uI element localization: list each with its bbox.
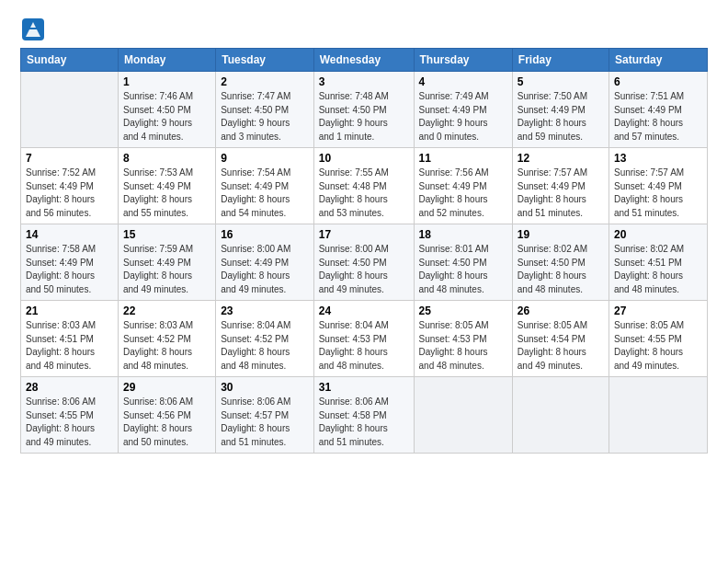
day-number: 28: [26, 381, 113, 394]
day-number: 2: [221, 75, 309, 88]
day-number: 21: [26, 304, 113, 317]
day-number: 17: [319, 228, 409, 241]
calendar-cell: 26Sunrise: 8:05 AMSunset: 4:54 PMDayligh…: [512, 301, 609, 377]
weekday-header-friday: Friday: [512, 49, 609, 72]
day-detail: Sunrise: 8:00 AMSunset: 4:50 PMDaylight:…: [319, 243, 409, 296]
day-number: 16: [221, 228, 309, 241]
day-detail: Sunrise: 7:53 AMSunset: 4:49 PMDaylight:…: [123, 167, 210, 220]
calendar-cell: 29Sunrise: 8:06 AMSunset: 4:56 PMDayligh…: [118, 377, 215, 454]
day-detail: Sunrise: 8:06 AMSunset: 4:55 PMDaylight:…: [26, 396, 113, 449]
day-detail: Sunrise: 8:01 AMSunset: 4:50 PMDaylight:…: [419, 243, 507, 296]
day-number: 7: [26, 152, 113, 165]
day-detail: Sunrise: 8:00 AMSunset: 4:49 PMDaylight:…: [221, 243, 309, 296]
week-row-1: 7Sunrise: 7:52 AMSunset: 4:49 PMDaylight…: [21, 148, 708, 224]
day-number: 25: [419, 304, 507, 317]
day-detail: Sunrise: 8:06 AMSunset: 4:56 PMDaylight:…: [123, 396, 210, 449]
day-number: 1: [123, 75, 210, 88]
calendar-cell: [609, 377, 707, 454]
calendar-cell: 8Sunrise: 7:53 AMSunset: 4:49 PMDaylight…: [118, 148, 215, 224]
day-number: 13: [614, 152, 702, 165]
day-number: 12: [518, 152, 604, 165]
calendar-cell: 19Sunrise: 8:02 AMSunset: 4:50 PMDayligh…: [512, 224, 609, 301]
logo-icon: [20, 17, 46, 42]
day-number: 14: [26, 228, 113, 241]
day-detail: Sunrise: 7:55 AMSunset: 4:48 PMDaylight:…: [319, 167, 409, 220]
day-detail: Sunrise: 8:06 AMSunset: 4:58 PMDaylight:…: [319, 396, 409, 449]
calendar-cell: 31Sunrise: 8:06 AMSunset: 4:58 PMDayligh…: [313, 377, 414, 454]
day-detail: Sunrise: 7:54 AMSunset: 4:49 PMDaylight:…: [221, 167, 309, 220]
day-detail: Sunrise: 7:48 AMSunset: 4:50 PMDaylight:…: [319, 90, 409, 144]
calendar-cell: 2Sunrise: 7:47 AMSunset: 4:50 PMDaylight…: [216, 72, 314, 148]
day-detail: Sunrise: 7:57 AMSunset: 4:49 PMDaylight:…: [614, 167, 702, 220]
day-detail: Sunrise: 8:04 AMSunset: 4:53 PMDaylight:…: [319, 319, 409, 373]
weekday-header-thursday: Thursday: [414, 49, 512, 72]
day-number: 10: [319, 152, 409, 165]
calendar-cell: 5Sunrise: 7:50 AMSunset: 4:49 PMDaylight…: [512, 72, 609, 148]
day-detail: Sunrise: 7:52 AMSunset: 4:49 PMDaylight:…: [26, 167, 113, 220]
calendar-cell: 23Sunrise: 8:04 AMSunset: 4:52 PMDayligh…: [216, 301, 314, 377]
week-row-0: 1Sunrise: 7:46 AMSunset: 4:50 PMDaylight…: [21, 72, 708, 148]
calendar-cell: 14Sunrise: 7:58 AMSunset: 4:49 PMDayligh…: [21, 224, 119, 301]
calendar-cell: 6Sunrise: 7:51 AMSunset: 4:49 PMDaylight…: [609, 72, 707, 148]
calendar-cell: 24Sunrise: 8:04 AMSunset: 4:53 PMDayligh…: [313, 301, 414, 377]
day-number: 31: [319, 381, 409, 394]
day-number: 29: [123, 381, 210, 394]
day-detail: Sunrise: 7:50 AMSunset: 4:49 PMDaylight:…: [518, 90, 604, 144]
calendar-cell: 22Sunrise: 8:03 AMSunset: 4:52 PMDayligh…: [118, 301, 215, 377]
calendar-cell: 9Sunrise: 7:54 AMSunset: 4:49 PMDaylight…: [216, 148, 314, 224]
calendar-body: 1Sunrise: 7:46 AMSunset: 4:50 PMDaylight…: [21, 72, 708, 454]
day-detail: Sunrise: 8:02 AMSunset: 4:51 PMDaylight:…: [614, 243, 702, 296]
day-number: 8: [123, 152, 210, 165]
day-number: 27: [614, 304, 702, 317]
weekday-header-monday: Monday: [118, 49, 215, 72]
weekday-header-wednesday: Wednesday: [313, 49, 414, 72]
day-number: 15: [123, 228, 210, 241]
calendar-cell: 18Sunrise: 8:01 AMSunset: 4:50 PMDayligh…: [414, 224, 512, 301]
day-detail: Sunrise: 7:49 AMSunset: 4:49 PMDaylight:…: [419, 90, 507, 144]
calendar-cell: 15Sunrise: 7:59 AMSunset: 4:49 PMDayligh…: [118, 224, 215, 301]
day-detail: Sunrise: 7:59 AMSunset: 4:49 PMDaylight:…: [123, 243, 210, 296]
day-number: 9: [221, 152, 309, 165]
weekday-header-sunday: Sunday: [21, 49, 119, 72]
calendar-cell: 4Sunrise: 7:49 AMSunset: 4:49 PMDaylight…: [414, 72, 512, 148]
day-number: 3: [319, 75, 409, 88]
svg-rect-2: [29, 28, 37, 29]
calendar-cell: 21Sunrise: 8:03 AMSunset: 4:51 PMDayligh…: [21, 301, 119, 377]
calendar-cell: 16Sunrise: 8:00 AMSunset: 4:49 PMDayligh…: [216, 224, 314, 301]
day-number: 19: [518, 228, 604, 241]
calendar-cell: 12Sunrise: 7:57 AMSunset: 4:49 PMDayligh…: [512, 148, 609, 224]
calendar-page: SundayMondayTuesdayWednesdayThursdayFrid…: [0, 0, 728, 463]
calendar-cell: [512, 377, 609, 454]
day-number: 30: [221, 381, 309, 394]
day-detail: Sunrise: 7:46 AMSunset: 4:50 PMDaylight:…: [123, 90, 210, 144]
logo: [20, 17, 50, 42]
week-row-4: 28Sunrise: 8:06 AMSunset: 4:55 PMDayligh…: [21, 377, 708, 454]
day-number: 11: [419, 152, 507, 165]
day-detail: Sunrise: 8:02 AMSunset: 4:50 PMDaylight:…: [518, 243, 604, 296]
day-detail: Sunrise: 7:56 AMSunset: 4:49 PMDaylight:…: [419, 167, 507, 220]
calendar-cell: 11Sunrise: 7:56 AMSunset: 4:49 PMDayligh…: [414, 148, 512, 224]
day-detail: Sunrise: 8:05 AMSunset: 4:53 PMDaylight:…: [419, 319, 507, 373]
day-number: 22: [123, 304, 210, 317]
week-row-3: 21Sunrise: 8:03 AMSunset: 4:51 PMDayligh…: [21, 301, 708, 377]
day-number: 6: [614, 75, 702, 88]
week-row-2: 14Sunrise: 7:58 AMSunset: 4:49 PMDayligh…: [21, 224, 708, 301]
calendar-cell: 13Sunrise: 7:57 AMSunset: 4:49 PMDayligh…: [609, 148, 707, 224]
weekday-header-saturday: Saturday: [609, 49, 707, 72]
day-detail: Sunrise: 8:03 AMSunset: 4:51 PMDaylight:…: [26, 319, 113, 373]
weekday-header-tuesday: Tuesday: [216, 49, 314, 72]
calendar-table: SundayMondayTuesdayWednesdayThursdayFrid…: [20, 48, 708, 454]
day-detail: Sunrise: 8:05 AMSunset: 4:54 PMDaylight:…: [518, 319, 604, 373]
day-detail: Sunrise: 8:06 AMSunset: 4:57 PMDaylight:…: [221, 396, 309, 449]
day-detail: Sunrise: 8:05 AMSunset: 4:55 PMDaylight:…: [614, 319, 702, 373]
day-number: 18: [419, 228, 507, 241]
day-number: 5: [518, 75, 604, 88]
day-number: 20: [614, 228, 702, 241]
day-detail: Sunrise: 7:47 AMSunset: 4:50 PMDaylight:…: [221, 90, 309, 144]
day-detail: Sunrise: 7:51 AMSunset: 4:49 PMDaylight:…: [614, 90, 702, 144]
calendar-cell: [21, 72, 119, 148]
weekday-header-row: SundayMondayTuesdayWednesdayThursdayFrid…: [21, 49, 708, 72]
day-detail: Sunrise: 7:58 AMSunset: 4:49 PMDaylight:…: [26, 243, 113, 296]
day-number: 26: [518, 304, 604, 317]
day-number: 24: [319, 304, 409, 317]
